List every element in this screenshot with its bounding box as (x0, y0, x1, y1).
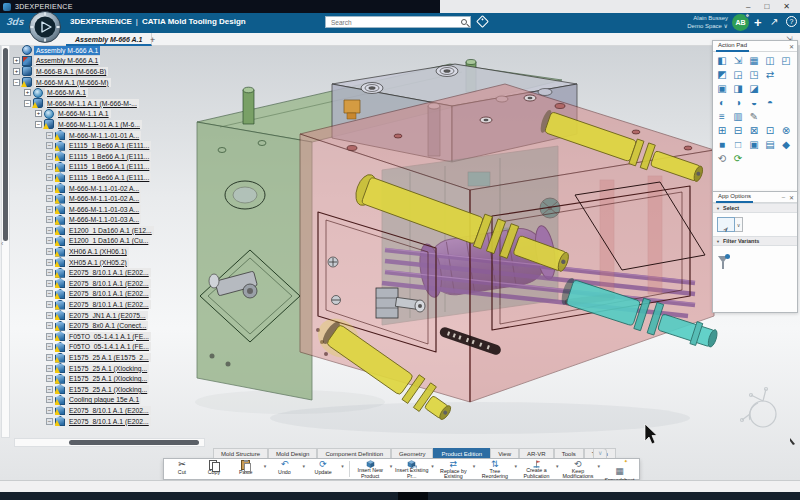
copy-button[interactable]: Copy (198, 459, 230, 479)
tree-item-label[interactable]: E1575_25 A.1 (Xlocking... (67, 364, 149, 373)
action-pad-icon[interactable]: ◲ (730, 68, 746, 82)
ribbon-tab[interactable]: Component Definition (317, 448, 391, 458)
tree-expander[interactable]: − (46, 301, 53, 308)
tree-hscroll-thumb[interactable] (69, 440, 199, 445)
tree-row[interactable]: − E2075_JN1 A.1 (E2075... (46, 310, 209, 321)
tree-row[interactable]: + M-666-M A.1 (24, 87, 209, 98)
ribbon-tabs-chevron[interactable]: ∨ (593, 448, 607, 458)
tree-item-label[interactable]: M-666-M-1.1-01-02 A... (67, 184, 141, 193)
help-icon[interactable]: ? (786, 16, 797, 27)
tree-row[interactable]: − F05TO_05-1.4.1 A.1 (FE... (46, 342, 209, 353)
tree-row[interactable]: − Cooling plaque 15e A.1 (46, 395, 209, 406)
tree-collapse-handle[interactable]: ‹ (1, 240, 3, 247)
action-pad-icon[interactable]: ⊠ (746, 124, 762, 138)
tree-expander[interactable]: − (46, 280, 53, 287)
action-pad-icon[interactable]: ■ (714, 138, 730, 152)
tree-item-label[interactable]: E1115_1 Be66 A.1 (E111... (67, 152, 151, 161)
tree-row[interactable]: − E1200_1 Da160 A.1 (Cu... (46, 236, 209, 247)
tree-row[interactable]: − E2075_8x0 A.1 (Conect... (46, 320, 209, 331)
3dexperience-compass-icon[interactable] (28, 10, 62, 44)
tree-item-label[interactable]: Assembly M-666 A.1 (34, 56, 100, 65)
action-pad-icon[interactable]: ≡ (714, 110, 730, 124)
undo-dropdown-arrow[interactable]: ▾ (300, 459, 307, 479)
spreadsheet-button[interactable]: ▦ ✦ Spreadsheet (602, 459, 637, 479)
action-pad-icon[interactable]: ◓ (762, 96, 778, 110)
tree-expander[interactable]: − (46, 216, 53, 223)
tree-item-label[interactable]: Assembly M-666 A.1 (34, 46, 100, 55)
tree-expander[interactable]: + (35, 110, 42, 117)
app-options-minimize-icon[interactable]: – (782, 194, 785, 200)
tree-expander[interactable]: − (46, 153, 53, 160)
action-pad-close-icon[interactable]: ✕ (789, 43, 794, 50)
tree-item-label[interactable]: E1115_1 Be66 A.1 (E111... (67, 141, 151, 150)
paste-dropdown-arrow[interactable]: ▾ (262, 459, 269, 479)
add-content-button[interactable]: + (754, 13, 762, 33)
tree-vscroll-thumb[interactable] (3, 48, 8, 241)
tree-item-label[interactable]: M-666-B A.1 (M-666-B) (34, 67, 108, 76)
action-pad-icon[interactable]: ◒ (746, 96, 762, 110)
tree-expander[interactable]: − (46, 290, 53, 297)
action-pad-icon[interactable]: ◳ (746, 68, 762, 82)
action-pad-icon[interactable]: ▦ (746, 54, 762, 68)
keep-modifications-dropdown-arrow[interactable]: ▾ (595, 459, 602, 479)
tree-row[interactable]: − M-666-M-1.1-01 A.1 (M-6... (35, 119, 209, 130)
tree-expander[interactable]: − (46, 237, 53, 244)
tree-item-label[interactable]: XH05 A.1 (XH05.2) (67, 258, 129, 267)
tree-expander[interactable]: − (46, 312, 53, 319)
select-cursor-dropdown[interactable]: ∨ (735, 217, 743, 232)
tree-expander[interactable]: − (35, 121, 42, 128)
tree-row[interactable]: − E2075_8/10.1 A.1 (E202... (46, 289, 209, 300)
app-options-close-icon[interactable]: ✕ (789, 194, 794, 201)
tree-item-label[interactable]: XH06 A.1 (XH06.1) (67, 247, 129, 256)
tree-item-label[interactable]: M-666-M-1.1-01-02 A... (67, 194, 141, 203)
share-icon[interactable]: ↗ (770, 16, 778, 27)
tree-item-label[interactable]: E1115_1 Be66 A.1 (E111... (67, 162, 151, 171)
tree-expander[interactable]: + (24, 89, 31, 96)
tree-row[interactable]: − M-666-M-1.1-01-02 A... (46, 193, 209, 204)
tree-expander[interactable]: − (46, 185, 53, 192)
tree-item-label[interactable]: E2075_8/10.1 A.1 (E202... (67, 300, 151, 309)
select-cursor-button[interactable]: ➢ (717, 217, 735, 232)
tree-expander[interactable]: + (13, 57, 20, 64)
tree-row[interactable]: − M-666-M-1.1-01-03 A... (46, 215, 209, 226)
tree-item-label[interactable]: E2075_8/10.1 A.1 (E202... (67, 289, 151, 298)
tree-row[interactable]: − E2075_8/10.1 A.1 (E202... (46, 278, 209, 289)
tree-item-label[interactable]: E1115_1 Be66 A.1 (E111... (67, 173, 151, 182)
tree-expander[interactable]: − (46, 354, 53, 361)
tree-expander[interactable]: − (46, 407, 53, 414)
tree-item-label[interactable]: E2075_8/10.1 A.1 (E202... (67, 417, 151, 426)
action-pad-icon[interactable]: ⊡ (762, 124, 778, 138)
action-pad-icon[interactable]: ◰ (778, 54, 794, 68)
paste-button[interactable]: Paste (230, 459, 262, 479)
tree-item-label[interactable]: E1575_25 A.1 (E1575_2... (67, 353, 151, 362)
tree-expander[interactable]: − (46, 365, 53, 372)
tree-row[interactable]: − M-666-M-1.1-01-03 A... (46, 204, 209, 215)
collab-space-selector[interactable]: Demo Space ∨ (648, 22, 728, 30)
tree-row[interactable]: − M-666-M-1.1 A.1 (M-666-M-... (24, 98, 209, 109)
tree-item-label[interactable]: E2075_8/10.1 A.1 (E202... (67, 268, 151, 277)
cut-button[interactable]: ✂ Cut (166, 459, 198, 479)
tree-row[interactable]: − E1115_1 Be66 A.1 (E111... (46, 172, 209, 183)
tree-row[interactable]: − E1575_25 A.1 (E1575_2... (46, 352, 209, 363)
tree-row[interactable]: − E1575_25 A.1 (Xlocking... (46, 384, 209, 395)
minimize-button[interactable]: – (746, 0, 750, 13)
tree-expander[interactable]: − (46, 142, 53, 149)
tree-expander[interactable]: + (13, 68, 20, 75)
tree-row[interactable]: − E1575_25 A.1 (Xlocking... (46, 373, 209, 384)
tree-expander[interactable]: − (46, 227, 53, 234)
maximize-button[interactable]: □ (764, 0, 769, 13)
tree-row[interactable]: − E1115_1 Be66 A.1 (E111... (46, 140, 209, 151)
ribbon-tab[interactable]: Mold Structure (213, 448, 268, 458)
user-name[interactable]: Alain Bussey (648, 14, 728, 22)
action-pad-icon[interactable]: ▣ (746, 138, 762, 152)
tree-item-label[interactable]: M-666-M A.1 (M-666-M) (34, 78, 111, 87)
action-pad-icon[interactable]: ◨ (730, 82, 746, 96)
keep-modifications-button[interactable]: ⟲ Keep Modifications (561, 459, 596, 479)
tree-row[interactable]: − E2075_8/10.1 A.1 (E202... (46, 267, 209, 278)
tree-item-label[interactable]: E1575_25 A.1 (Xlocking... (67, 374, 149, 383)
tree-item-label[interactable]: Cooling plaque 15e A.1 (67, 395, 141, 404)
tree-expander[interactable]: − (46, 206, 53, 213)
tree-item-label[interactable]: F05TO_05-1.4.1 A.1 (FE... (67, 342, 151, 351)
tree-item-label[interactable]: E1200_1 Da160 A.1 (E12... (67, 226, 154, 235)
tree-row[interactable]: − E1115_1 Be66 A.1 (E111... (46, 162, 209, 173)
